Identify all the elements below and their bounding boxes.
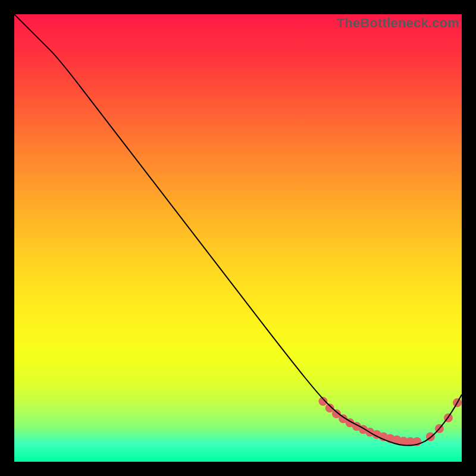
chart-plot-area: TheBottleneck.com — [14, 14, 462, 462]
chart-frame: TheBottleneck.com — [0, 0, 476, 476]
curve-path — [14, 14, 462, 446]
chart-svg — [14, 14, 462, 462]
marker-group — [318, 397, 462, 446]
